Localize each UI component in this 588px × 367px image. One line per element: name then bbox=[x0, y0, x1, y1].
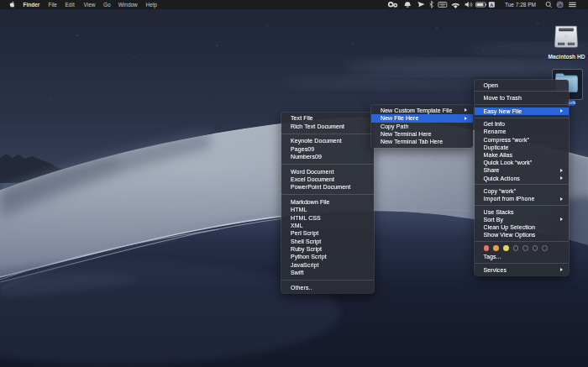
svg-text:A: A bbox=[490, 3, 493, 8]
svg-text:Tue 7:28 PM: Tue 7:28 PM bbox=[505, 2, 536, 8]
